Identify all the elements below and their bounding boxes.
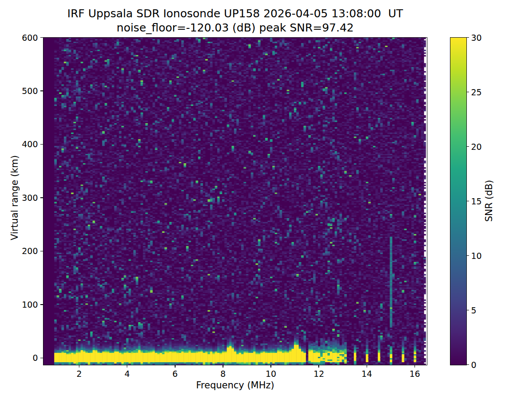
colorbar-tick-label: 30 bbox=[471, 33, 491, 43]
heatmap-canvas bbox=[43, 38, 427, 365]
y-tick-label: 200 bbox=[12, 246, 38, 256]
y-tick-mark bbox=[40, 144, 43, 145]
x-tick-label: 14 bbox=[353, 369, 380, 379]
y-tick-mark bbox=[40, 358, 43, 359]
x-tick-mark bbox=[127, 365, 128, 368]
y-tick-mark bbox=[40, 90, 43, 91]
colorbar-tick-mark bbox=[466, 201, 469, 202]
x-tick-mark bbox=[223, 365, 223, 368]
colorbar-tick-label: 10 bbox=[471, 251, 491, 261]
y-tick-mark bbox=[40, 197, 43, 198]
x-tick-mark bbox=[415, 365, 415, 368]
x-tick-label: 2 bbox=[66, 369, 93, 379]
y-tick-label: 400 bbox=[12, 139, 38, 149]
colorbar-tick-mark bbox=[466, 37, 469, 38]
colorbar-tick-label: 20 bbox=[471, 142, 491, 152]
y-tick-mark bbox=[40, 251, 43, 252]
colorbar-tick-label: 25 bbox=[471, 87, 491, 97]
x-tick-mark bbox=[318, 365, 319, 368]
x-tick-mark bbox=[175, 365, 176, 368]
plot-title: IRF Uppsala SDR Ionosonde UP158 2026-04-… bbox=[43, 7, 427, 20]
plot-area bbox=[43, 37, 427, 365]
y-tick-label: 300 bbox=[12, 193, 38, 203]
x-tick-label: 8 bbox=[210, 369, 236, 379]
colorbar-tick-mark bbox=[466, 364, 469, 365]
x-tick-label: 12 bbox=[305, 369, 332, 379]
colorbar-tick-label: 0 bbox=[471, 360, 491, 370]
colorbar-gradient bbox=[450, 38, 466, 365]
x-tick-label: 4 bbox=[114, 369, 141, 379]
x-tick-mark bbox=[79, 365, 80, 368]
x-tick-mark bbox=[270, 365, 271, 368]
y-tick-mark bbox=[40, 304, 43, 305]
colorbar-tick-label: 5 bbox=[471, 305, 491, 315]
colorbar-tick-mark bbox=[466, 92, 469, 93]
colorbar-tick-mark bbox=[466, 146, 469, 147]
colorbar bbox=[450, 37, 467, 365]
x-tick-label: 6 bbox=[162, 369, 188, 379]
colorbar-tick-label: 15 bbox=[471, 196, 491, 206]
x-axis-label: Frequency (MHz) bbox=[43, 380, 427, 391]
plot-subtitle: noise_floor=-120.03 (dB) peak SNR=97.42 bbox=[43, 21, 427, 34]
y-tick-label: 100 bbox=[12, 300, 38, 309]
y-tick-label: 600 bbox=[12, 33, 38, 43]
x-tick-label: 10 bbox=[258, 369, 284, 379]
y-tick-mark bbox=[40, 37, 43, 38]
y-tick-label: 500 bbox=[12, 86, 38, 96]
y-tick-label: 0 bbox=[12, 353, 38, 363]
x-tick-label: 16 bbox=[401, 369, 428, 379]
colorbar-tick-mark bbox=[466, 310, 469, 311]
x-tick-mark bbox=[367, 365, 368, 368]
figure: IRF Uppsala SDR Ionosonde UP158 2026-04-… bbox=[0, 0, 532, 399]
colorbar-tick-mark bbox=[466, 255, 469, 256]
